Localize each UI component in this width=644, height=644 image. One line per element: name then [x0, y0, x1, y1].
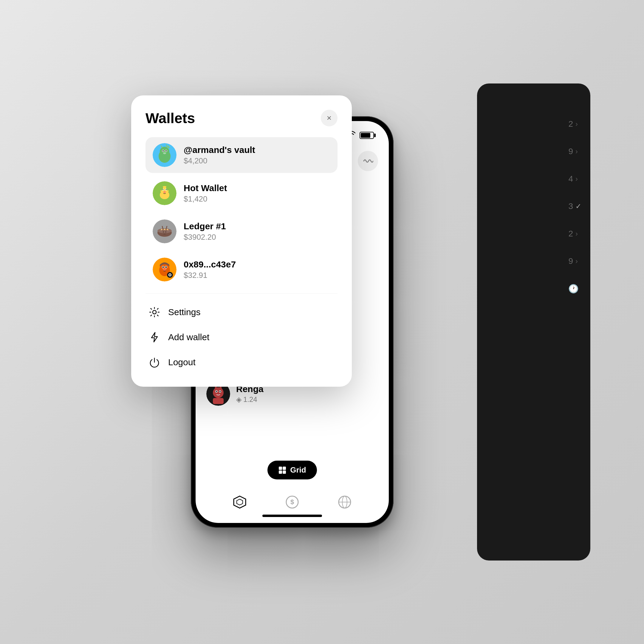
renga-eth: 1.24	[243, 395, 257, 404]
svg-point-120	[159, 185, 163, 191]
finance-nav[interactable]: $	[283, 493, 302, 512]
logout-menu-item[interactable]: Logout	[145, 350, 338, 375]
armand-balance: $4,200	[184, 156, 330, 165]
wallet-item[interactable]: 0x89...c43e7 $32.91	[145, 252, 338, 287]
wallets-title: Wallets	[145, 110, 195, 126]
collections-nav[interactable]	[230, 493, 249, 512]
grid-icon	[278, 466, 287, 474]
svg-point-93	[219, 391, 221, 392]
svg-point-110	[165, 150, 167, 151]
svg-point-134	[162, 267, 164, 268]
svg-point-128	[165, 231, 166, 233]
svg-point-135	[165, 267, 167, 268]
hotwallet-avatar	[153, 181, 177, 205]
background-numbers: 2› 9› 4› 3✓ 2› 9› 🕐	[568, 119, 581, 294]
eth-addr-balance: $32.91	[184, 271, 330, 280]
close-button[interactable]: ×	[321, 110, 338, 126]
bolt-icon	[148, 331, 161, 344]
armand-info: @armand's vault $4,200	[184, 145, 330, 165]
wave-icon	[363, 157, 373, 165]
explore-nav[interactable]	[335, 493, 354, 512]
bottom-nav: $	[196, 487, 389, 515]
wallets-panel: Wallets × @armand's vault $4	[131, 95, 352, 387]
svg-point-92	[216, 391, 217, 392]
grid-label: Grid	[290, 465, 306, 475]
renga-info: Renga ◈ 1.24	[236, 384, 378, 404]
ledger-name: Ledger #1	[184, 221, 330, 231]
eth-addr-name: 0x89...c43e7	[184, 259, 330, 270]
svg-point-109	[162, 150, 164, 151]
svg-point-139	[169, 274, 171, 276]
eth-symbol: ◈	[236, 395, 241, 404]
svg-rect-95	[279, 467, 282, 470]
battery-icon	[360, 132, 374, 139]
svg-rect-98	[283, 470, 286, 474]
wallet-item[interactable]: Ledger #1 $3902.20	[145, 213, 338, 249]
svg-point-117	[163, 189, 164, 190]
logout-label: Logout	[168, 357, 196, 367]
wallet-item[interactable]: Hot Wallet $1,420	[145, 175, 338, 211]
add-wallet-label: Add wallet	[168, 332, 209, 342]
add-wallet-menu-item[interactable]: Add wallet	[145, 325, 338, 350]
settings-label: Settings	[168, 307, 200, 317]
svg-point-89	[213, 387, 224, 398]
wallets-divider	[145, 293, 338, 294]
power-icon	[148, 356, 161, 369]
eth-addr-info: 0x89...c43e7 $32.91	[184, 259, 330, 280]
home-indicator	[262, 515, 322, 517]
ledger-avatar	[153, 219, 177, 243]
wave-button[interactable]	[358, 151, 378, 171]
svg-point-111	[163, 152, 166, 154]
wallets-header: Wallets ×	[145, 110, 338, 126]
svg-rect-97	[279, 470, 282, 474]
gear-icon	[148, 306, 161, 319]
svg-text:$: $	[290, 498, 294, 506]
renga-value: ◈ 1.24	[236, 395, 378, 404]
ledger-info: Ledger #1 $3902.20	[184, 221, 330, 242]
svg-point-121	[166, 185, 170, 191]
svg-point-136	[163, 268, 166, 271]
ledger-balance: $3902.20	[184, 233, 330, 242]
armand-name: @armand's vault	[184, 145, 330, 155]
svg-point-119	[163, 191, 166, 193]
settings-menu-item[interactable]: Settings	[145, 300, 338, 325]
armand-avatar	[153, 143, 177, 167]
hotwallet-balance: $1,420	[184, 194, 330, 204]
svg-point-118	[166, 189, 167, 190]
eth-addr-avatar	[153, 258, 177, 281]
svg-rect-94	[213, 398, 224, 404]
svg-point-127	[163, 231, 164, 233]
grid-button[interactable]: Grid	[267, 461, 317, 479]
hotwallet-info: Hot Wallet $1,420	[184, 183, 330, 204]
svg-rect-96	[283, 467, 286, 470]
svg-point-140	[153, 310, 156, 314]
wallet-item[interactable]: @armand's vault $4,200	[145, 137, 338, 173]
hotwallet-name: Hot Wallet	[184, 183, 330, 193]
